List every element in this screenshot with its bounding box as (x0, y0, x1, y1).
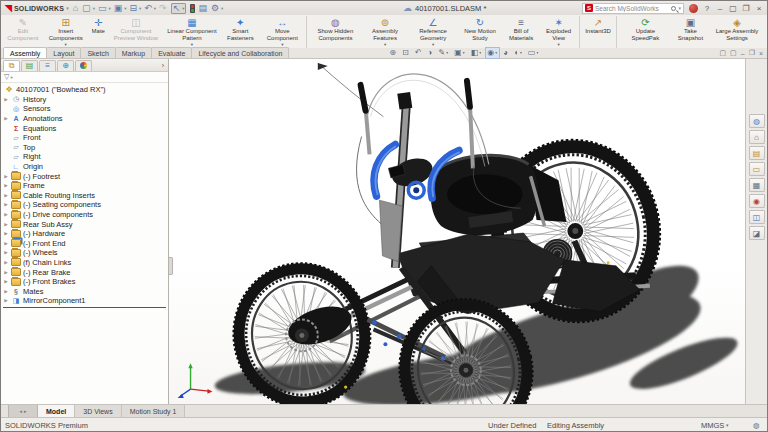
expand-arrow-icon[interactable] (3, 193, 9, 198)
view-toolbar-button[interactable]: ⊡ ▾ (400, 47, 412, 59)
ribbon-button[interactable]: ↔ Move Component ▾ (261, 16, 304, 48)
ribbon-button[interactable]: ▣ Take Snapshot ▾ (672, 16, 709, 48)
tree-item[interactable]: A Annotations (3, 114, 168, 124)
manager-tab[interactable]: ⊕ (57, 60, 74, 71)
expand-arrow-icon[interactable] (3, 241, 9, 246)
expand-arrow-icon[interactable] (3, 298, 9, 303)
tree-item[interactable]: ▱ Front (3, 133, 168, 143)
manager-tab[interactable]: ⧉ (3, 60, 20, 71)
quick-access-button[interactable]: ↷ ▾ (159, 4, 168, 13)
tree-item[interactable]: ◨ MirrorComponent1 (3, 296, 168, 306)
quick-access-button[interactable]: ⌂ ▾ (73, 4, 79, 13)
view-toolbar-button[interactable]: ✎ ▾ (436, 47, 451, 59)
view-tab[interactable]: Model (38, 405, 75, 417)
expand-arrow-icon[interactable] (3, 279, 9, 284)
window-button[interactable]: × (755, 4, 763, 13)
doc-window-control[interactable]: ❐ (749, 49, 755, 57)
ribbon-button[interactable]: ▦ Linear Component Pattern ▾ (164, 16, 220, 48)
expand-arrow-icon[interactable] (3, 250, 9, 255)
quick-access-button[interactable]: ▤ ▾ (198, 4, 208, 13)
ribbon-tab[interactable]: Assembly (3, 47, 47, 58)
tree-item[interactable]: Frame (3, 181, 168, 191)
view-toolbar-button[interactable]: ◉ ▾ (485, 47, 500, 59)
view-toolbar-button[interactable]: ◧ ▾ (468, 47, 484, 59)
tab-scroll-buttons[interactable]: ◂ ▸ (8, 405, 38, 417)
doc-window-control[interactable]: – (741, 50, 745, 57)
expand-arrow-icon[interactable] (3, 289, 9, 294)
expand-arrow-icon[interactable] (3, 183, 9, 188)
task-pane-button[interactable]: ⌂ (749, 130, 765, 144)
chevron-down-icon[interactable]: ▾ (678, 5, 681, 11)
tree-item[interactable]: (-) Front Brakes (3, 277, 168, 287)
tree-item[interactable]: ▱ Right (3, 152, 168, 162)
window-button[interactable]: – (716, 4, 724, 13)
view-toolbar-button[interactable]: ◐ ▾ (512, 47, 525, 59)
doc-window-control[interactable]: ▢ (719, 49, 726, 57)
manager-tab[interactable]: ▤ (21, 60, 38, 71)
tree-item[interactable]: (-) Drive components (3, 210, 168, 220)
expand-arrow-icon[interactable] (3, 174, 9, 179)
tree-item[interactable]: (-) Front End (3, 239, 168, 249)
scroll-right-icon[interactable]: ▸ (24, 408, 27, 414)
ribbon-button[interactable]: ≡ Bill of Materials ▾ (502, 16, 540, 48)
view-toolbar-button[interactable]: ⊕ ▾ (387, 47, 399, 59)
ribbon-tab[interactable]: Sketch (80, 47, 115, 58)
expand-arrow-icon[interactable] (3, 97, 9, 102)
frame-body[interactable] (397, 233, 640, 314)
tag-icon[interactable]: ◍ (753, 418, 760, 432)
seat-bucket[interactable] (431, 155, 567, 235)
tree-item[interactable]: ◎ Sensors (3, 104, 168, 114)
task-pane-button[interactable]: ▭ (749, 162, 765, 176)
view-toolbar-button[interactable]: ▭ ▾ (526, 47, 542, 59)
ribbon-button[interactable]: ✎ Edit Component ▾ (3, 16, 43, 48)
view-tab[interactable]: Motion Study 1 (122, 405, 186, 417)
tree-item[interactable]: Cable Routing Inserts (3, 191, 168, 201)
panel-expand-arrow[interactable]: › (162, 62, 166, 69)
chevron-down-icon[interactable]: ▾ (10, 75, 12, 80)
task-pane-button[interactable]: ◍ (749, 114, 765, 128)
ribbon-button[interactable]: ◍ Show Hidden Components ▾ (306, 16, 362, 48)
expand-arrow-icon[interactable] (3, 202, 9, 207)
tree-item[interactable]: ▱ Top (3, 143, 168, 153)
quick-access-button[interactable]: ▭ ▾ (98, 4, 111, 13)
ribbon-button[interactable]: ✦ Smart Fasteners ▾ (220, 16, 261, 48)
ribbon-button[interactable]: ∠ Reference Geometry ▾ (408, 16, 458, 48)
tree-item[interactable]: (-) Footrest (3, 171, 168, 181)
expand-arrow-icon[interactable] (3, 231, 9, 236)
expand-arrow-icon[interactable] (3, 116, 9, 121)
search-box[interactable]: S Search MySolidWorks ▾ (582, 3, 684, 14)
graphics-viewport[interactable] (169, 59, 745, 404)
manager-tab[interactable]: ≡ (39, 60, 56, 71)
scroll-left-icon[interactable]: ◂ (19, 408, 22, 414)
ribbon-tab[interactable]: Markup (115, 47, 152, 58)
model-bowhead-rx[interactable] (169, 59, 745, 404)
filter-icon[interactable]: ▽ (4, 73, 9, 81)
view-toolbar-button[interactable]: ◕ ▾ (501, 47, 511, 59)
task-pane-button[interactable]: ◪ (749, 226, 765, 240)
ribbon-button[interactable]: ↻ New Motion Study ▾ (458, 16, 502, 48)
ribbon-button[interactable]: ⟳ Update SpeedPak Subassemblies ▾ (616, 16, 672, 48)
quick-access-button[interactable]: ▢ ▾ (82, 4, 95, 13)
quick-access-button[interactable]: ▾ (189, 4, 195, 13)
tree-item[interactable]: § Mates (3, 286, 168, 296)
tree-item[interactable]: ◷ History (3, 95, 168, 105)
manager-tab[interactable] (75, 60, 92, 71)
ribbon-button[interactable]: ✶ Exploded View ▾ (540, 16, 577, 48)
tree-item[interactable]: ∟ Origin (3, 162, 168, 172)
search-icon[interactable] (671, 6, 676, 11)
tree-item[interactable]: (f) Chain Links (3, 258, 168, 268)
tree-item[interactable]: Rear Sub Assy (3, 219, 168, 229)
doc-window-control[interactable]: × (759, 50, 763, 57)
ribbon-button[interactable]: ◫ Component Preview Window ▾ (108, 16, 164, 48)
task-pane-button[interactable]: ◉ (749, 194, 765, 208)
chevron-down-icon[interactable]: ▾ (726, 418, 729, 432)
expand-arrow-icon[interactable] (3, 222, 9, 227)
quick-access-button[interactable]: ↖ ▾ (171, 3, 187, 14)
tree-root-item[interactable]: ❖ 40107001 ("Bowhead RX") (3, 85, 168, 95)
panel-splitter-handle[interactable] (169, 257, 173, 275)
ribbon-button[interactable]: ↗ Instant3D ▾ (579, 16, 614, 48)
quick-access-button[interactable]: ⊟ ▾ (129, 4, 141, 13)
window-button[interactable]: ? (703, 4, 711, 13)
window-button[interactable]: ❐ (742, 4, 750, 13)
ribbon-tab[interactable]: Lifecycle and Collaboration (191, 47, 289, 58)
